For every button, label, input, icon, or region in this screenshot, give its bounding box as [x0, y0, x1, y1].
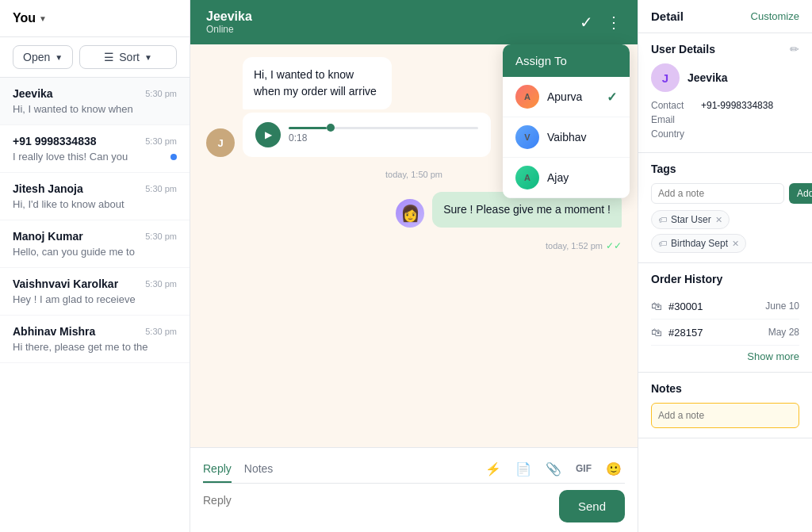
contact-time: 5:30 pm: [145, 89, 177, 98]
gif-icon[interactable]: GIF: [573, 457, 595, 480]
assign-agent-apurva[interactable]: A Apurva ✓: [503, 77, 630, 117]
order-id-2: #28157: [668, 327, 762, 339]
user-details-section: User Details ✏ J Jeevika Contact +91-999…: [638, 33, 812, 153]
order-date-1: June 10: [765, 300, 799, 312]
tags-input-row: Add: [651, 183, 799, 204]
tab-reply[interactable]: Reply: [203, 457, 232, 483]
sort-label: Sort: [119, 51, 140, 63]
chat-header-info: Jeevika Online: [206, 10, 252, 35]
contact-item[interactable]: Vaishnvavi Karolkar 5:30 pm Hey ! I am g…: [0, 268, 190, 316]
user-selector[interactable]: You ▼: [13, 11, 47, 25]
email-field: Email: [651, 114, 799, 125]
assign-agent-ajay[interactable]: A Ajay: [503, 158, 630, 198]
assign-agent-name-2: Vaibhav: [547, 131, 617, 144]
assign-agent-name-3: Ajay: [547, 171, 617, 184]
contact-field: Contact +91-9998334838: [651, 100, 799, 111]
contact-item[interactable]: Jitesh Janoja 5:30 pm Hi, I'd like to kn…: [0, 173, 190, 220]
sort-icon: ☰: [104, 51, 114, 63]
reply-input[interactable]: [203, 491, 551, 522]
show-more-button[interactable]: Show more: [651, 350, 799, 362]
contact-item[interactable]: Abhinav Mishra 5:30 pm Hi there, please …: [0, 316, 190, 363]
order-item-1: 🛍 #30001 June 10: [651, 293, 799, 320]
incoming-bubble: Hi, I wanted to know when my order will …: [243, 57, 392, 109]
assign-agent-vaibhav[interactable]: V Vaibhav: [503, 117, 630, 158]
tag-icon-2: 🏷: [658, 239, 667, 248]
chat-header-actions: ✓ ⋮: [580, 13, 622, 32]
recipient-avatar: 👩: [396, 199, 424, 228]
contact-time: 5:30 pm: [145, 136, 177, 146]
contact-time: 5:30 pm: [145, 184, 177, 193]
contact-name: Manoj Kumar: [13, 230, 83, 243]
contact-preview: Hi, I'd like to know about: [13, 198, 124, 210]
progress-bar: [289, 127, 478, 129]
document-icon[interactable]: 📄: [512, 457, 534, 480]
customize-button[interactable]: Customize: [751, 10, 799, 22]
contact-item[interactable]: Jeevika 5:30 pm Hi, I wanted to know whe…: [0, 78, 190, 125]
contact-name: Jeevika: [13, 87, 53, 100]
open-filter-button[interactable]: Open ▼: [13, 45, 73, 69]
notes-title: Notes: [651, 382, 682, 395]
apurva-avatar: A: [515, 85, 539, 109]
edit-icon[interactable]: ✏: [790, 43, 799, 55]
audio-bubble: ▶ 0:18: [243, 113, 491, 157]
order-history-section: Order History 🛍 #30001 June 10 🛍 #28157 …: [638, 263, 812, 373]
order-section-header: Order History: [651, 273, 799, 285]
contact-preview: Hi there, please get me to the: [13, 341, 148, 353]
order-id-1: #30001: [668, 300, 759, 312]
orders-title: Order History: [651, 273, 722, 285]
order-item-2: 🛍 #28157 May 28: [651, 320, 799, 346]
sort-button[interactable]: ☰ Sort ▼: [79, 45, 177, 69]
contact-name: Vaishnvavi Karolkar: [13, 277, 118, 290]
user-avatar: J: [651, 63, 680, 92]
contact-name: Jitesh Janoja: [13, 182, 83, 195]
contact-preview: Hello, can you guide me to: [13, 246, 135, 258]
user-section-title: User Details: [651, 43, 715, 55]
timestamp-2: today, 1:52 pm ✓✓: [206, 240, 622, 251]
notes-section-header: Notes: [651, 382, 799, 395]
contact-name: Abhinav Mishra: [13, 325, 95, 338]
tab-notes[interactable]: Notes: [244, 457, 274, 483]
tags-section: Tags Add 🏷 Star User ✕ 🏷 Birthday Sept ✕: [638, 153, 812, 263]
incoming-text: Hi, I wanted to know when my order will …: [254, 68, 377, 98]
add-tag-button[interactable]: Add: [789, 183, 812, 204]
assign-header: Assign To: [503, 44, 630, 77]
send-button[interactable]: Send: [559, 490, 625, 522]
unread-indicator: [170, 154, 177, 160]
remove-tag-icon-2[interactable]: ✕: [732, 239, 739, 249]
tag-chips: 🏷 Star User ✕ 🏷 Birthday Sept ✕: [651, 210, 799, 253]
audio-duration: 0:18: [289, 132, 478, 144]
notes-section: Notes: [638, 373, 812, 438]
tag-input[interactable]: [651, 183, 784, 204]
contact-preview: I really love this! Can you: [13, 151, 128, 163]
resolve-icon[interactable]: ✓: [580, 13, 593, 32]
attach-icon[interactable]: 📎: [542, 457, 565, 480]
assign-selected-icon: ✓: [607, 90, 617, 105]
audio-progress: 0:18: [289, 127, 478, 144]
tag-icon: 🏷: [658, 215, 667, 224]
assign-dropdown: Assign To A Apurva ✓ V Vaibhav A Ajay: [503, 44, 630, 198]
detail-panel: Detail Customize User Details ✏ J Jeevik…: [638, 0, 812, 532]
contact-preview: Hey ! I am glad to receieve: [13, 293, 136, 305]
sender-avatar: J: [206, 128, 235, 157]
contact-item[interactable]: Manoj Kumar 5:30 pm Hello, can you guide…: [0, 220, 190, 268]
more-options-icon[interactable]: ⋮: [606, 13, 622, 32]
user-label: You: [13, 11, 36, 25]
sidebar-toolbar: Open ▼ ☰ Sort ▼: [0, 37, 190, 78]
tag-birthday-sept: 🏷 Birthday Sept ✕: [651, 234, 746, 253]
remove-tag-icon[interactable]: ✕: [715, 215, 722, 225]
order-date-2: May 28: [768, 327, 799, 338]
emoji-icon[interactable]: 🙂: [603, 457, 625, 480]
play-button[interactable]: ▶: [255, 122, 281, 147]
detail-header: Detail Customize: [638, 0, 812, 33]
country-field: Country: [651, 128, 799, 140]
tags-section-header: Tags: [651, 163, 799, 175]
notes-input[interactable]: [651, 403, 799, 428]
input-row: Send: [203, 490, 625, 522]
outgoing-text: Sure ! Please give me a moment !: [443, 203, 611, 216]
contact-item[interactable]: +91 9998334838 5:30 pm I really love thi…: [0, 125, 190, 173]
chat-contact-name: Jeevika: [206, 10, 252, 24]
chat-status: Online: [206, 24, 252, 35]
lightning-icon[interactable]: ⚡: [482, 457, 504, 480]
contact-list: Jeevika 5:30 pm Hi, I wanted to know whe…: [0, 78, 190, 532]
tag-label: Star User: [671, 214, 711, 225]
